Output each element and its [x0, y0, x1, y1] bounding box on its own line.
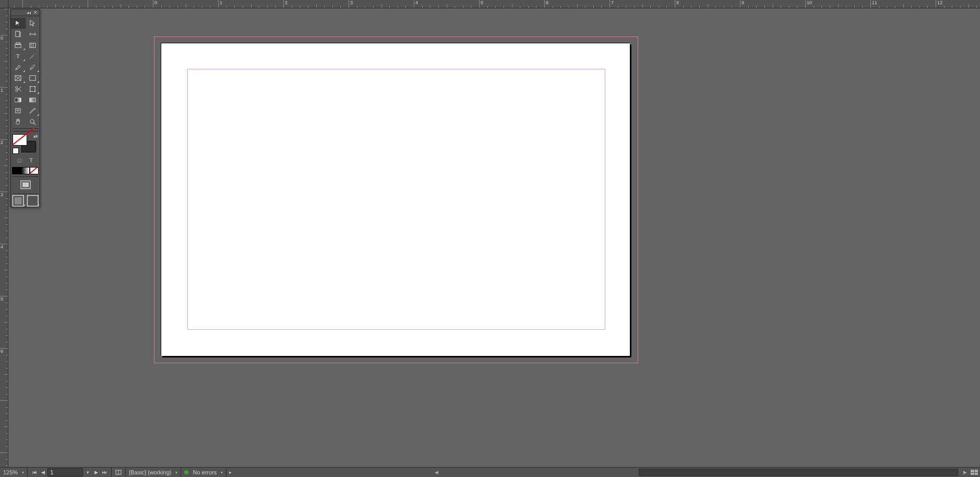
horizontal-ruler[interactable]: 0123456789101112 [8, 0, 980, 8]
pencil-tool[interactable] [26, 62, 40, 73]
svg-rect-21 [30, 91, 31, 92]
tools-panel-header[interactable]: ◂◂ ✕ [11, 9, 40, 16]
preflight-profile-dropdown[interactable]: [Basic] (working) ▾ [126, 468, 181, 477]
split-layout-button[interactable] [971, 470, 978, 475]
pen-tool[interactable] [11, 62, 26, 73]
zoom-level-dropdown[interactable]: 125% ▾ [0, 468, 28, 477]
collapse-panel-icon[interactable]: ◂◂ [27, 10, 31, 15]
svg-rect-4 [30, 43, 35, 47]
page-number-input[interactable] [47, 468, 83, 476]
scroll-right-button[interactable]: ▶ [961, 469, 969, 476]
zoom-tool[interactable] [26, 116, 40, 127]
page-dropdown-button[interactable]: ▾ [84, 469, 91, 476]
type-tool[interactable]: T [11, 51, 26, 62]
view-mode-preview-button[interactable] [26, 195, 40, 207]
svg-rect-22 [34, 91, 35, 92]
svg-rect-23 [15, 98, 21, 102]
svg-rect-19 [30, 86, 31, 87]
preflight-status-label: No errors [193, 469, 217, 475]
tools-panel[interactable]: ◂◂ ✕ T ⇄ □ T [10, 9, 40, 207]
preflight-profile-label: [Basic] (working) [129, 469, 171, 475]
svg-rect-20 [34, 86, 35, 87]
svg-rect-35 [27, 196, 38, 207]
canvas-area[interactable] [8, 8, 980, 468]
vertical-ruler[interactable]: 0123456 [0, 8, 8, 468]
first-page-button[interactable]: ⏮ [31, 469, 38, 476]
eyedropper-tool[interactable] [26, 105, 40, 116]
default-fill-stroke-icon[interactable] [13, 148, 19, 154]
view-mode-normal-button[interactable] [11, 195, 26, 207]
chevron-down-icon: ▾ [22, 470, 24, 475]
svg-rect-25 [30, 98, 35, 102]
fill-swatch[interactable] [13, 134, 27, 146]
hand-tool[interactable] [11, 116, 26, 127]
gradient-swatch-tool[interactable] [11, 94, 26, 105]
selection-tool[interactable] [11, 18, 26, 29]
preflight-status-dropdown[interactable]: No errors ▾ [181, 468, 226, 477]
svg-rect-18 [30, 87, 35, 91]
svg-rect-34 [15, 197, 22, 205]
ruler-corner [0, 0, 8, 8]
free-transform-tool[interactable] [26, 84, 40, 94]
preview-background-tool[interactable] [19, 179, 32, 190]
svg-rect-32 [22, 183, 29, 187]
svg-text:T: T [16, 53, 20, 59]
next-page-button[interactable]: ▶ [92, 469, 100, 476]
chevron-down-icon: ▾ [175, 470, 177, 475]
gap-tool[interactable] [26, 29, 40, 40]
status-ok-icon [184, 470, 188, 474]
last-page-button[interactable]: ⏭ [101, 469, 108, 476]
apply-color-button[interactable] [12, 167, 21, 174]
zoom-level-value: 125% [3, 469, 18, 475]
scroll-left-button[interactable]: ◀ [433, 469, 440, 476]
page-tool[interactable] [11, 29, 26, 40]
scissors-tool[interactable] [11, 84, 26, 94]
rectangle-frame-tool[interactable] [11, 73, 26, 84]
apply-none-button[interactable] [30, 167, 39, 174]
svg-point-9 [16, 68, 17, 69]
svg-line-8 [30, 54, 35, 58]
master-page-icon[interactable] [115, 469, 122, 476]
svg-point-29 [30, 120, 34, 124]
fill-stroke-swatch-area: ⇄ [11, 133, 40, 154]
status-bar: 125% ▾ ⏮ ◀ ▾ ▶ ⏭ [Basic] (working) ▾ No … [0, 467, 980, 477]
horizontal-scrollbar[interactable] [639, 469, 958, 476]
svg-rect-13 [30, 76, 35, 80]
apply-gradient-button[interactable] [21, 167, 30, 174]
close-panel-icon[interactable]: ✕ [33, 10, 38, 15]
margin-guide [187, 69, 605, 330]
rectangle-tool[interactable] [26, 73, 40, 84]
swap-fill-stroke-icon[interactable]: ⇄ [33, 134, 38, 139]
gradient-feather-tool[interactable] [26, 94, 40, 105]
content-placer-tool[interactable] [26, 40, 40, 51]
formatting-text-button[interactable]: T [28, 157, 35, 164]
preflight-menu-button[interactable]: ▸ [226, 469, 234, 476]
chevron-down-icon: ▾ [221, 470, 223, 475]
note-tool[interactable] [11, 105, 26, 116]
content-collector-tool[interactable] [11, 40, 26, 51]
line-tool[interactable] [26, 51, 40, 62]
direct-selection-tool[interactable] [26, 18, 40, 29]
formatting-container-button[interactable]: □ [16, 157, 23, 164]
svg-rect-0 [16, 31, 20, 37]
svg-line-30 [33, 123, 35, 125]
prev-page-button[interactable]: ◀ [39, 469, 46, 476]
